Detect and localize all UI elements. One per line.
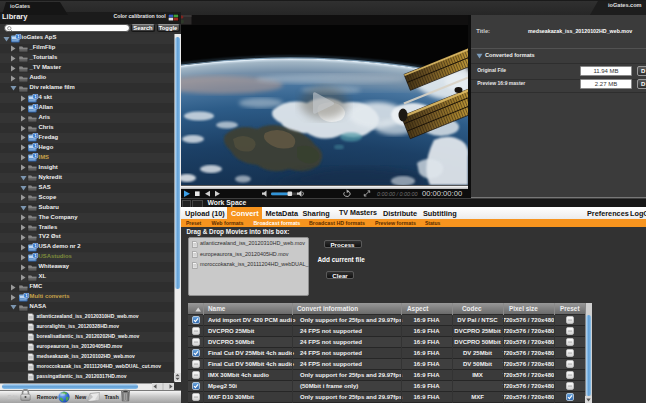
svg-text:0:00:00 / 0:00:00: 0:00:00 / 0:00:00	[377, 190, 417, 196]
svg-text:00:00:00:00: 00:00:00:00	[422, 189, 462, 198]
